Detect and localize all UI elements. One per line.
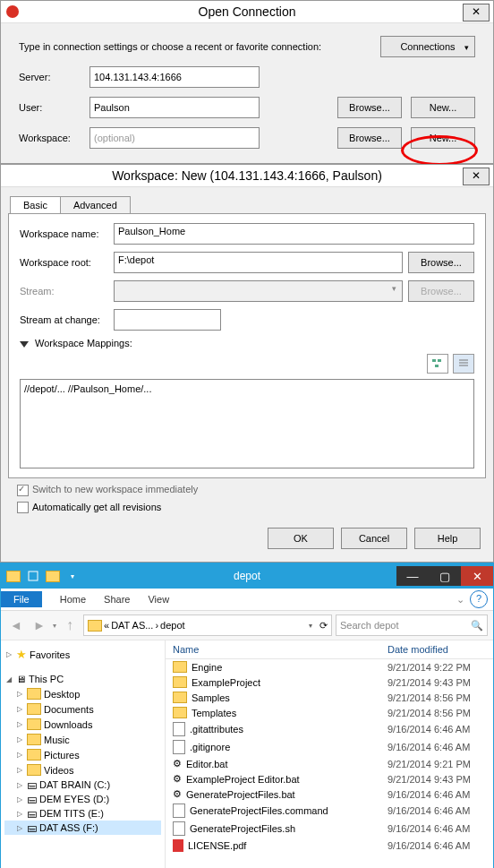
- ws-name-input[interactable]: Paulson_Home: [114, 223, 474, 245]
- open-connection-dialog: Open Connection ✕ Type in connection set…: [0, 0, 494, 164]
- tab-basic[interactable]: Basic: [10, 196, 61, 213]
- ribbon-expand-icon[interactable]: ⌄: [451, 594, 470, 606]
- user-input[interactable]: Paulson: [89, 97, 260, 118]
- ws-name-label: Workspace name:: [20, 228, 114, 239]
- tree-item[interactable]: ▷Videos: [4, 762, 161, 778]
- share-tab[interactable]: Share: [95, 591, 139, 607]
- file-row[interactable]: GenerateProjectFiles.command9/16/2014 6:…: [166, 802, 493, 820]
- file-explorer-window: ▾ depot — ▢ ✕ File Home Share View ⌄ ? ◄…: [0, 563, 494, 868]
- crumb-back[interactable]: «: [104, 620, 109, 631]
- file-name: Editor.bat: [186, 759, 227, 769]
- tree-item[interactable]: ▷🖴DAT ASS (F:): [4, 821, 161, 835]
- file-row[interactable]: GenerateProjectFiles.sh9/16/2014 6:46 AM: [166, 820, 493, 838]
- tree-item[interactable]: ▷Documents: [4, 701, 161, 717]
- file-name: GenerateProjectFiles.command: [190, 805, 328, 816]
- file-row[interactable]: ⚙ExampleProject Editor.bat9/21/2014 9:43…: [166, 771, 493, 786]
- help-button[interactable]: Help: [414, 528, 481, 549]
- switch-checkbox-row[interactable]: Switch to new workspace immediately: [17, 484, 477, 496]
- workspace-browse-button[interactable]: Browse...: [337, 127, 402, 149]
- nav-tree[interactable]: ▷★Favorites ◢🖥This PC ▷Desktop▷Documents…: [1, 640, 166, 868]
- back-button[interactable]: ◄: [6, 615, 26, 635]
- workspace-new-button[interactable]: New...: [411, 127, 475, 149]
- file-icon: [173, 821, 185, 836]
- text-view-icon[interactable]: [453, 354, 474, 374]
- refresh-icon[interactable]: ⟳: [319, 620, 328, 632]
- nav-bar: ◄ ► ▾ ↑ « DAT AS... › depot ▾ ⟳ Search d…: [1, 611, 493, 640]
- batch-icon: ⚙: [173, 788, 182, 800]
- user-label: User:: [19, 102, 86, 113]
- workspace-new-dialog: Workspace: New (104.131.143.4:1666, Paul…: [0, 164, 494, 563]
- favorites-node[interactable]: Favorites: [30, 649, 70, 660]
- home-tab[interactable]: Home: [51, 591, 95, 607]
- tree-item[interactable]: ▷🖴DAT BRAIN (C:): [4, 778, 161, 792]
- folder-icon: [173, 676, 187, 688]
- thispc-node[interactable]: This PC: [29, 674, 64, 684]
- folder-icon: [173, 661, 187, 673]
- file-row[interactable]: .gitignore9/16/2014 6:46 AM: [166, 738, 493, 756]
- tree-item[interactable]: ▷🖴DEM TITS (E:): [4, 806, 161, 821]
- folder-icon: [27, 734, 41, 745]
- column-headers[interactable]: Name Date modified: [166, 640, 493, 659]
- connections-dropdown[interactable]: Connections: [380, 36, 475, 57]
- tree-item[interactable]: ▷Downloads: [4, 717, 161, 732]
- drive-icon: 🖴: [27, 808, 37, 819]
- tab-advanced[interactable]: Advanced: [60, 196, 131, 213]
- cancel-button[interactable]: Cancel: [341, 528, 407, 549]
- auto-checkbox-row[interactable]: Automatically get all revisions: [17, 502, 477, 514]
- tree-item[interactable]: ▷Desktop: [4, 686, 161, 701]
- tree-item[interactable]: ▷Pictures: [4, 747, 161, 762]
- folder-icon: [27, 764, 41, 776]
- col-modified[interactable]: Date modified: [388, 644, 486, 655]
- search-placeholder: Search depot: [340, 620, 398, 631]
- file-icon: [173, 804, 185, 818]
- file-row[interactable]: ExampleProject9/21/2014 9:43 PM: [166, 675, 493, 690]
- file-row[interactable]: ⚙GenerateProjectFiles.bat9/16/2014 6:46 …: [166, 786, 493, 802]
- checkbox-icon: [17, 502, 29, 513]
- folder-icon: [173, 707, 187, 718]
- folder-icon: [173, 692, 187, 703]
- mappings-label: Workspace Mappings:: [35, 338, 132, 348]
- view-tab[interactable]: View: [139, 591, 178, 607]
- ok-button[interactable]: OK: [268, 528, 334, 549]
- breadcrumb-bar[interactable]: « DAT AS... › depot ▾ ⟳: [83, 614, 332, 636]
- file-row[interactable]: LICENSE.pdf9/16/2014 6:46 AM: [166, 838, 493, 854]
- close-button[interactable]: ✕: [463, 168, 490, 185]
- tree-label: DEM TITS (E:): [39, 808, 104, 819]
- history-dropdown-icon[interactable]: ▾: [53, 622, 56, 630]
- file-tab[interactable]: File: [1, 591, 42, 607]
- workspace-input[interactable]: (optional): [89, 127, 260, 149]
- tree-item[interactable]: ▷🖴DEM EYES (D:): [4, 792, 161, 806]
- crumb-dropdown-icon[interactable]: ▾: [309, 622, 312, 630]
- user-new-button[interactable]: New...: [411, 97, 475, 118]
- help-icon[interactable]: ?: [470, 590, 488, 608]
- file-name: GenerateProjectFiles.sh: [190, 823, 295, 834]
- search-input[interactable]: Search depot 🔍: [336, 614, 488, 636]
- col-name[interactable]: Name: [173, 644, 388, 655]
- file-modified: 9/21/2014 9:43 PM: [388, 774, 486, 785]
- file-row[interactable]: .gitattributes9/16/2014 6:46 AM: [166, 720, 493, 738]
- drive-icon: 🖴: [27, 794, 37, 804]
- crumb-parent[interactable]: DAT AS...: [111, 620, 153, 631]
- server-input[interactable]: 104.131.143.4:1666: [89, 66, 260, 88]
- file-name: Samples: [192, 692, 230, 703]
- mappings-textarea[interactable]: //depot/... //Paulson_Home/...: [20, 379, 474, 468]
- user-browse-button[interactable]: Browse...: [337, 97, 402, 118]
- file-row[interactable]: Engine9/21/2014 9:22 PM: [166, 659, 493, 675]
- root-browse-button[interactable]: Browse...: [408, 252, 474, 273]
- file-row[interactable]: Samples9/21/2014 8:56 PM: [166, 690, 493, 705]
- file-list[interactable]: Name Date modified Engine9/21/2014 9:22 …: [166, 640, 493, 868]
- ws-root-input[interactable]: F:\depot: [114, 252, 403, 273]
- mappings-header[interactable]: Workspace Mappings:: [20, 338, 474, 348]
- folder-icon: [27, 688, 41, 700]
- stream-at-change-input[interactable]: [114, 309, 221, 331]
- tabs: Basic Advanced: [10, 196, 493, 213]
- up-button[interactable]: ↑: [60, 615, 80, 635]
- tree-view-icon[interactable]: [427, 354, 448, 374]
- crumb-current[interactable]: depot: [160, 620, 185, 631]
- file-name: Templates: [192, 708, 236, 718]
- tree-item[interactable]: ▷Music: [4, 732, 161, 747]
- file-row[interactable]: ⚙Editor.bat9/21/2014 9:21 PM: [166, 756, 493, 771]
- forward-button[interactable]: ►: [30, 615, 49, 635]
- file-row[interactable]: Templates9/21/2014 8:56 PM: [166, 705, 493, 720]
- close-button[interactable]: ✕: [463, 4, 490, 21]
